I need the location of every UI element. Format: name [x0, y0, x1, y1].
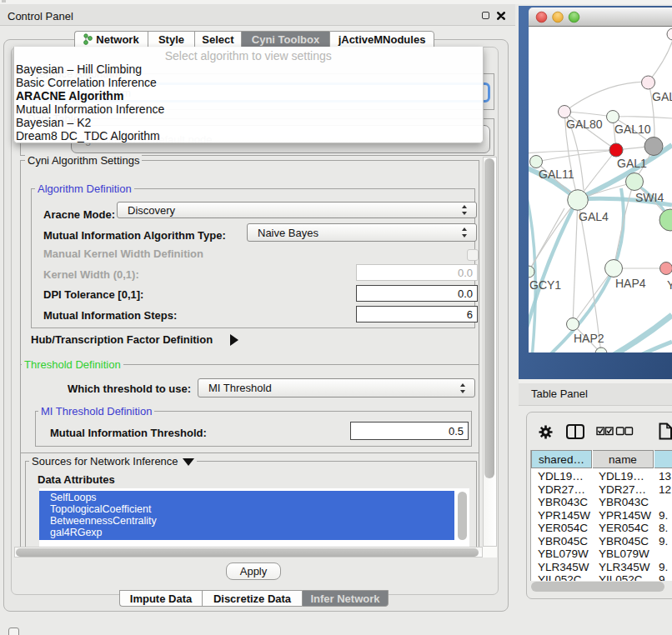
svg-text:SWI4: SWI4: [635, 191, 664, 204]
svg-text:GAL1: GAL1: [617, 157, 647, 170]
svg-text:Y: Y: [667, 278, 672, 292]
svg-text:HAP2: HAP2: [574, 332, 604, 345]
svg-text:GAL: GAL: [652, 90, 672, 103]
svg-text:GAL4: GAL4: [579, 210, 609, 223]
svg-text:GAL10: GAL10: [614, 122, 651, 136]
svg-text:HAP4: HAP4: [615, 277, 646, 290]
svg-text:GCY1: GCY1: [529, 278, 561, 292]
svg-text:GAL80: GAL80: [566, 118, 603, 131]
svg-text:GAL11: GAL11: [539, 168, 574, 181]
